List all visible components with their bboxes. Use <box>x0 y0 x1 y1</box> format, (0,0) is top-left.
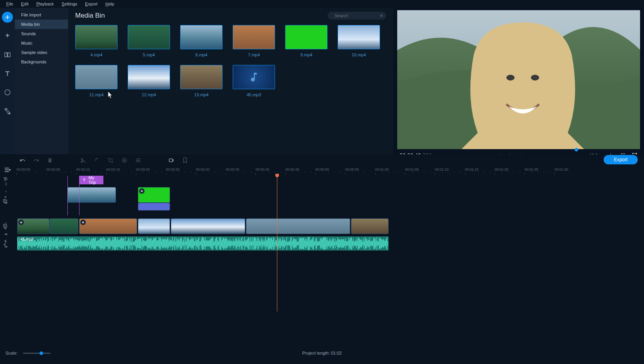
menubar: File Edit Playback Settings Export Help <box>0 0 644 8</box>
thumb-9[interactable]: 9.mp4 <box>285 25 327 57</box>
svg-point-3 <box>507 75 515 81</box>
bottom-bar: Scale: Project length: 01:02 <box>0 348 644 358</box>
export-button[interactable]: Export <box>604 155 638 164</box>
color-icon[interactable] <box>121 157 127 163</box>
record-icon[interactable] <box>168 157 174 163</box>
svg-point-6 <box>124 159 125 161</box>
sidebar-item-sample-video[interactable]: Sample video <box>15 48 68 57</box>
media-panel: Media Bin × 4.mp4 5.mp4 6.mp4 7.mp4 9.mp… <box>68 8 393 154</box>
preview-panel: 00:00:43.700 16:9 ⌄ <box>393 8 644 154</box>
video-clip-5[interactable] <box>171 218 245 234</box>
project-length: Project length: 01:02 <box>302 351 342 355</box>
add-track-icon[interactable] <box>4 166 11 173</box>
sidebar: File import Media bin Sounds Music Sampl… <box>15 8 68 154</box>
overlay-track[interactable] <box>16 187 644 217</box>
timeline-toolbar: Export <box>0 154 644 166</box>
tool-rail <box>0 8 15 154</box>
undo-icon[interactable] <box>20 157 25 163</box>
svg-rect-16 <box>5 234 7 235</box>
delete-icon[interactable] <box>47 157 53 163</box>
cut-icon[interactable] <box>80 157 86 163</box>
video-clip-4[interactable] <box>138 218 170 234</box>
menu-settings[interactable]: Settings <box>58 1 81 7</box>
rotate-icon[interactable] <box>94 157 100 163</box>
svg-point-8 <box>5 178 7 180</box>
scale-slider[interactable] <box>23 353 51 354</box>
rail-transitions-icon[interactable] <box>2 49 13 60</box>
audio-clip[interactable]: 45.mp3 <box>17 236 389 250</box>
search-box[interactable]: × <box>327 12 386 20</box>
menu-help[interactable]: Help <box>101 1 118 7</box>
properties-icon[interactable] <box>135 157 141 163</box>
thumb-45[interactable]: 45.mp3 <box>233 65 275 97</box>
menu-playback[interactable]: Playback <box>33 1 58 7</box>
search-clear-icon[interactable]: × <box>380 13 383 19</box>
svg-rect-7 <box>169 159 173 162</box>
redo-icon[interactable] <box>33 157 39 163</box>
sidebar-item-file-import[interactable]: File import <box>15 10 68 20</box>
rail-titles-icon[interactable] <box>2 68 13 79</box>
scale-label: Scale: <box>5 351 18 355</box>
title-clip[interactable]: My Trip <box>79 176 103 184</box>
sidebar-item-sounds[interactable]: Sounds <box>15 29 68 38</box>
star-icon <box>139 188 145 194</box>
svg-point-4 <box>531 75 539 81</box>
sidebar-item-media-bin[interactable]: Media bin <box>15 20 68 29</box>
timeline: 00:00:0000:00:0500:00:1000:00:1500:00:20… <box>0 166 644 358</box>
menu-edit[interactable]: Edit <box>17 1 33 7</box>
thumb-7[interactable]: 7.mp4 <box>233 25 275 57</box>
overlay-clip-1[interactable] <box>67 187 116 203</box>
overlay-clip-2-audio[interactable] <box>138 203 170 211</box>
cursor-icon <box>108 92 114 99</box>
svg-point-11 <box>5 191 7 192</box>
svg-point-15 <box>5 222 7 223</box>
marker-icon[interactable] <box>182 157 188 163</box>
video-track[interactable] <box>16 218 644 235</box>
playhead[interactable] <box>277 175 277 312</box>
crop-icon[interactable] <box>108 157 114 163</box>
sidebar-item-backgrounds[interactable]: Backgrounds <box>15 57 68 67</box>
thumb-4[interactable]: 4.mp4 <box>75 25 118 57</box>
menu-file[interactable]: File <box>2 1 17 7</box>
video-clip-2[interactable] <box>49 218 78 234</box>
sidebar-item-music[interactable]: Music <box>15 38 68 48</box>
title-track[interactable]: My Trip <box>16 175 644 186</box>
svg-point-0 <box>5 90 10 95</box>
menu-export[interactable]: Export <box>81 1 101 7</box>
svg-rect-17 <box>5 246 7 248</box>
timeline-ruler[interactable]: 00:00:0000:00:0500:00:1000:00:1500:00:20… <box>16 166 644 173</box>
video-clip-3[interactable] <box>79 218 137 234</box>
audio-track[interactable]: 45.mp3 <box>16 236 644 252</box>
thumb-5[interactable]: 5.mp4 <box>128 25 170 57</box>
thumb-6[interactable]: 6.mp4 <box>180 25 223 57</box>
rail-stickers-icon[interactable] <box>2 87 13 98</box>
rail-filters-icon[interactable] <box>2 31 13 41</box>
overlay-clip-2[interactable] <box>138 187 170 203</box>
video-clip-1[interactable] <box>17 218 49 234</box>
thumb-12[interactable]: 12.mp4 <box>128 65 170 97</box>
rail-tools-icon[interactable] <box>2 106 13 117</box>
preview-screen[interactable] <box>397 10 640 149</box>
panel-title: Media Bin <box>75 12 105 20</box>
rail-import-icon[interactable] <box>2 12 13 23</box>
video-clip-6[interactable] <box>246 218 350 234</box>
media-grid: 4.mp4 5.mp4 6.mp4 7.mp4 9.mp4 10.mp4 11.… <box>75 25 386 97</box>
thumb-10[interactable]: 10.mp4 <box>338 25 380 57</box>
thumb-13[interactable]: 13.mp4 <box>180 65 223 97</box>
video-clip-7[interactable] <box>351 218 389 234</box>
svg-rect-12 <box>5 202 7 204</box>
